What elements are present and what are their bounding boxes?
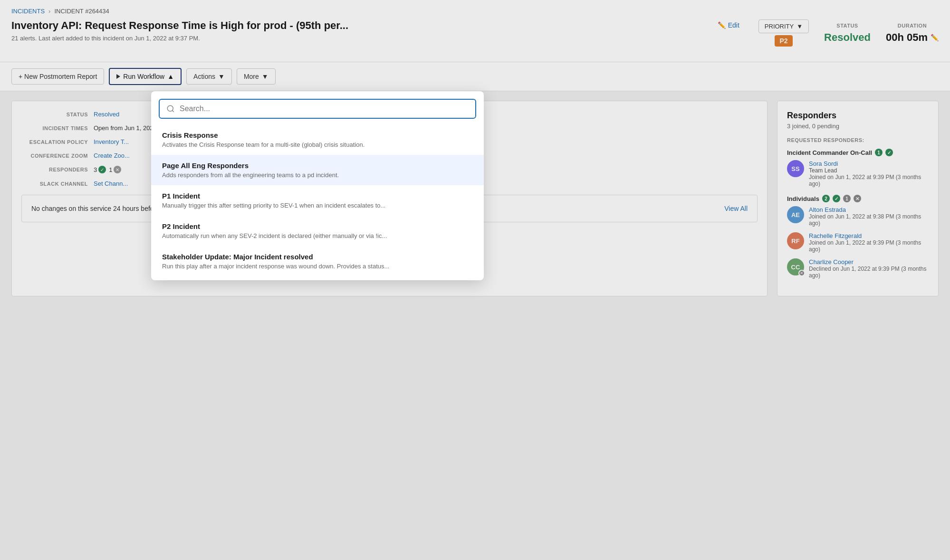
workflow-stakeholder-title: Stakeholder Update: Major Incident resol… [162, 253, 474, 261]
workflow-p1-title: P1 Incident [162, 192, 474, 200]
workflow-item-p2-incident[interactable]: P2 Incident Automatically run when any S… [151, 216, 484, 246]
workflow-list: Crisis Response Activates the Crisis Res… [151, 124, 484, 280]
workflow-item-page-all-eng[interactable]: Page All Eng Responders Adds responders … [151, 155, 484, 185]
svg-line-1 [172, 110, 173, 112]
search-box [159, 99, 476, 119]
workflow-item-stakeholder-update[interactable]: Stakeholder Update: Major Incident resol… [151, 246, 484, 276]
search-icon [166, 104, 175, 113]
workflow-pageall-desc: Adds responders from all the engineering… [162, 171, 474, 179]
workflow-p2-title: P2 Incident [162, 222, 474, 230]
workflow-search-input[interactable] [180, 104, 469, 113]
page-wrapper: INCIDENTS › INCIDENT #264434 Inventory A… [0, 0, 950, 560]
workflow-item-crisis-response[interactable]: Crisis Response Activates the Crisis Res… [151, 124, 484, 155]
workflow-crisis-desc: Activates the Crisis Response team for a… [162, 141, 474, 148]
search-container [151, 91, 484, 124]
svg-point-0 [167, 105, 173, 111]
workflow-pageall-title: Page All Eng Responders [162, 161, 474, 170]
workflow-item-p1-incident[interactable]: P1 Incident Manually trigger this after … [151, 185, 484, 216]
workflow-p1-desc: Manually trigger this after setting prio… [162, 202, 474, 209]
workflow-stakeholder-desc: Run this play after a major incident res… [162, 263, 474, 270]
workflow-crisis-title: Crisis Response [162, 131, 474, 139]
workflow-p2-desc: Automatically run when any SEV-2 inciden… [162, 232, 474, 239]
workflow-dropdown: Crisis Response Activates the Crisis Res… [151, 91, 484, 280]
